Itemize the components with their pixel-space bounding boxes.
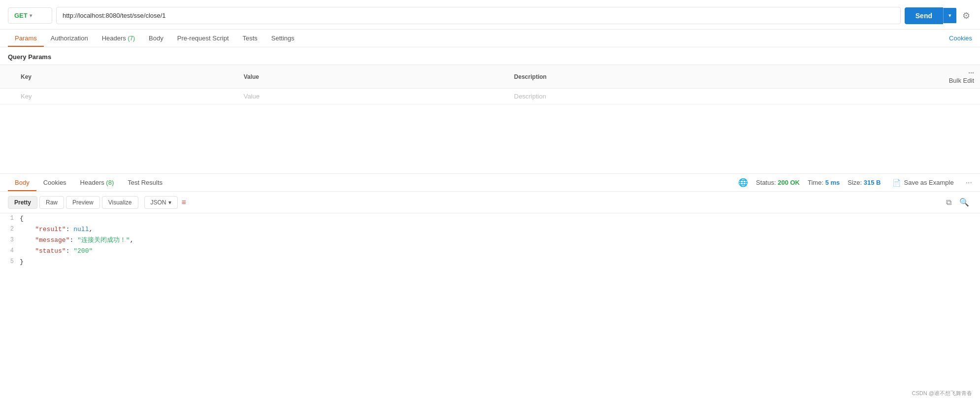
tab-tests[interactable]: Tests <box>236 30 264 47</box>
format-pretty-button[interactable]: Pretty <box>8 196 37 209</box>
more-icon: ··· <box>968 69 974 77</box>
time-value: 5 ms <box>825 179 840 186</box>
actions-col-header: ··· Bulk Edit <box>941 65 980 89</box>
save-icon: 📄 <box>892 179 901 187</box>
save-as-example-button[interactable]: 📄 Save as Example <box>888 179 957 187</box>
line-num-5: 5 <box>0 257 20 267</box>
row-description-cell[interactable]: Description <box>508 89 941 104</box>
response-meta: 🌐 Status: 200 OK Time: 5 ms Size: 315 B … <box>738 178 972 187</box>
send-dropdown-button[interactable]: ▾ <box>943 8 956 23</box>
size-value: 315 B <box>864 179 881 186</box>
format-raw-button[interactable]: Raw <box>39 196 64 209</box>
tab-authorization[interactable]: Authorization <box>44 30 95 47</box>
row-value-cell[interactable]: Value <box>238 89 508 104</box>
status-label: Status: 200 OK <box>756 179 800 186</box>
json-val-status: "200" <box>73 247 93 255</box>
method-chevron: ▾ <box>30 13 32 18</box>
line-content-1: { <box>20 213 980 224</box>
format-type-label: JSON <box>151 199 166 206</box>
row-key-cell[interactable]: Key <box>15 89 238 104</box>
response-section: Body Cookies Headers (8) Test Results 🌐 … <box>0 173 980 268</box>
tab-settings[interactable]: Settings <box>264 30 301 47</box>
description-column-header: Description <box>508 65 941 89</box>
save-example-label: Save as Example <box>904 179 953 186</box>
row-actions-cell <box>941 89 980 104</box>
cookies-link[interactable]: Cookies <box>949 34 972 42</box>
response-tabs-row: Body Cookies Headers (8) Test Results 🌐 … <box>0 174 980 192</box>
code-line-3: 3 "message": "连接关闭成功！", <box>0 235 980 246</box>
time-label: Time: 5 ms <box>808 179 840 186</box>
line-num-2: 2 <box>0 224 20 234</box>
headers-badge: (7) <box>128 35 135 42</box>
send-button-group: Send ▾ <box>905 7 956 24</box>
status-value: 200 OK <box>778 179 800 186</box>
line-content-2: "result": null, <box>20 224 980 235</box>
send-button[interactable]: Send <box>905 7 943 24</box>
json-key-status: "status" <box>35 247 65 255</box>
code-viewer: 1 { 2 "result": null, 3 "message": "连接关闭… <box>0 213 980 268</box>
response-tab-headers[interactable]: Headers (8) <box>73 174 121 191</box>
format-type-chevron: ▾ <box>168 199 171 206</box>
format-preview-button[interactable]: Preview <box>66 196 100 209</box>
line-content-3: "message": "连接关闭成功！", <box>20 235 980 246</box>
size-label: Size: 315 B <box>848 179 881 186</box>
json-key-result: "result" <box>35 226 65 233</box>
bulk-edit-button[interactable]: Bulk Edit <box>949 77 974 84</box>
format-bar: Pretty Raw Preview Visualize JSON ▾ ≡ ⧉ … <box>0 192 980 213</box>
globe-icon: 🌐 <box>738 178 748 187</box>
url-bar: GET ▾ Send ▾ ⚙ <box>0 2 980 30</box>
format-type-select[interactable]: JSON ▾ <box>144 196 178 209</box>
search-button[interactable]: 🔍 <box>956 196 972 209</box>
tab-body[interactable]: Body <box>142 30 170 47</box>
table-row: Key Value Description <box>0 89 980 104</box>
tab-pre-request-script[interactable]: Pre-request Script <box>170 30 236 47</box>
method-label: GET <box>14 12 28 19</box>
wrap-icon[interactable]: ≡ <box>182 198 186 207</box>
line-num-4: 4 <box>0 246 20 256</box>
line-num-1: 1 <box>0 213 20 223</box>
tab-params[interactable]: Params <box>8 30 44 47</box>
code-line-1: 1 { <box>0 213 980 224</box>
row-checkbox-cell <box>0 89 15 104</box>
json-val-message: "连接关闭成功！" <box>77 236 130 244</box>
response-tab-body[interactable]: Body <box>8 174 36 191</box>
query-params-label: Query Params <box>0 47 980 65</box>
json-val-result: null <box>73 226 89 233</box>
url-input[interactable] <box>56 7 901 24</box>
settings-icon-button[interactable]: ⚙ <box>960 8 972 23</box>
code-line-5: 5 } <box>0 257 980 268</box>
value-column-header: Value <box>238 65 508 89</box>
format-visualize-button[interactable]: Visualize <box>102 196 138 209</box>
line-content-4: "status": "200" <box>20 246 980 257</box>
params-table: Key Value Description ··· Bulk Edit Key … <box>0 65 980 104</box>
copy-button[interactable]: ⧉ <box>943 196 954 209</box>
key-column-header: Key <box>15 65 238 89</box>
line-num-3: 3 <box>0 235 20 245</box>
method-select[interactable]: GET ▾ <box>8 7 52 24</box>
json-key-message: "message" <box>35 236 69 244</box>
code-line-2: 2 "result": null, <box>0 224 980 235</box>
response-tab-cookies[interactable]: Cookies <box>36 174 73 191</box>
code-line-4: 4 "status": "200" <box>0 246 980 257</box>
request-tabs: Params Authorization Headers (7) Body Pr… <box>0 30 980 47</box>
more-actions-button[interactable]: ··· <box>966 178 972 187</box>
content-spacer <box>0 104 980 164</box>
tab-headers[interactable]: Headers (7) <box>95 30 142 47</box>
line-content-5: } <box>20 257 980 268</box>
response-headers-badge: (8) <box>106 179 114 186</box>
response-tab-test-results[interactable]: Test Results <box>121 174 169 191</box>
checkbox-header-col <box>0 65 15 89</box>
